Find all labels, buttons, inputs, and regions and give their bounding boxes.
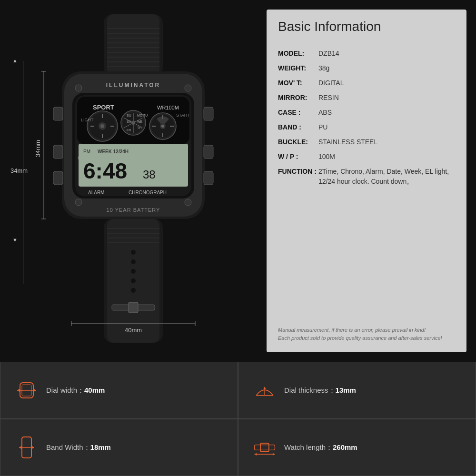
dial-width-value: 40mm: [84, 386, 105, 394]
disclaimer-block: Manual measurement, if there is an error…: [278, 326, 455, 343]
dial-width-text: Dial width：40mm: [46, 386, 105, 395]
dial-thickness-icon: [253, 378, 277, 402]
buckle-key: BUCKLE:: [278, 137, 318, 147]
svg-text:PM: PM: [83, 149, 90, 154]
watch-length-icon: [253, 436, 277, 459]
svg-text:LIGHT: LIGHT: [81, 118, 94, 122]
svg-point-51: [131, 121, 135, 125]
svg-text:6:48: 6:48: [83, 159, 127, 183]
svg-text:SPORT: SPORT: [93, 104, 114, 111]
main-container: ▲ ▼ 34mm: [0, 0, 476, 476]
movement-key: MOV' T:: [278, 78, 318, 88]
svg-text:10 YEAR BATTERY: 10 YEAR BATTERY: [107, 207, 160, 213]
bottom-specs-section: Dial width：40mm Dial thickness：13mm: [0, 362, 476, 476]
svg-point-36: [100, 124, 104, 128]
svg-rect-20: [53, 171, 63, 185]
svg-marker-96: [17, 389, 20, 392]
svg-rect-22: [204, 145, 213, 159]
watch-area: ▲ ▼ 34mm: [10, 10, 257, 352]
svg-point-75: [131, 259, 136, 264]
case-value: ABS: [318, 108, 332, 118]
band-width-label: Band Width：: [46, 443, 90, 451]
info-panel: Basic Information MODEL: DZB14 WEIGHT: 3…: [267, 10, 466, 352]
svg-text:CHRONOGRAPH: CHRONOGRAPH: [129, 190, 167, 195]
svg-text:WR100M: WR100M: [157, 105, 179, 110]
svg-rect-18: [53, 107, 63, 120]
svg-marker-104: [32, 446, 34, 449]
svg-text:MO TU: MO TU: [137, 114, 148, 117]
dial-thickness-label: Dial thickness：: [284, 386, 336, 394]
buckle-row: BUCKLE: STAINLESS STEEL: [278, 137, 455, 147]
weight-key: WEIGHT:: [278, 63, 318, 73]
svg-marker-97: [34, 389, 36, 392]
band-width-icon: [15, 436, 39, 459]
svg-marker-108: [255, 453, 257, 456]
weight-row: WEIGHT: 38g: [278, 63, 455, 73]
svg-text:START: START: [176, 113, 190, 118]
svg-point-74: [131, 250, 136, 255]
weight-value: 38g: [318, 63, 329, 73]
band-key: BAND :: [278, 122, 318, 132]
svg-text:WE: WE: [137, 120, 143, 123]
function-value: 2Time, Chrono, Alarm, Date, Week, EL lig…: [318, 167, 455, 187]
svg-point-77: [131, 278, 136, 283]
svg-rect-23: [204, 171, 213, 185]
svg-rect-19: [53, 145, 63, 159]
svg-point-59: [161, 125, 164, 128]
wp-row: W / P : 100M: [278, 152, 455, 162]
case-key: CASE :: [278, 108, 318, 118]
svg-point-15: [75, 199, 82, 206]
case-row: CASE : ABS: [278, 108, 455, 118]
svg-point-76: [131, 269, 136, 274]
watch-length-label: Watch length：: [284, 443, 333, 451]
info-panel-title: Basic Information: [278, 19, 455, 39]
dial-width-label: Dial width：: [46, 386, 84, 394]
mirror-row: MIRROR: RESIN: [278, 93, 455, 103]
svg-rect-21: [204, 107, 213, 120]
svg-text:40mm: 40mm: [125, 327, 142, 334]
svg-text:SU: SU: [127, 114, 131, 117]
watch-illustration: ILLUMINATOR SPORT WR100M: [33, 14, 233, 347]
watch-length-value: 260mm: [333, 443, 357, 451]
model-value: DZB14: [318, 49, 339, 59]
svg-rect-105: [255, 445, 275, 450]
spec-dial-thickness: Dial thickness：13mm: [238, 362, 476, 419]
disclaimer-line1: Manual measurement, if there is an error…: [278, 326, 455, 335]
dial-thickness-text: Dial thickness：13mm: [284, 386, 356, 395]
function-key: FUNCTION :: [278, 167, 318, 187]
svg-marker-109: [273, 453, 275, 456]
svg-text:ALARM: ALARM: [88, 190, 104, 195]
movement-row: MOV' T: DIGITAL: [278, 78, 455, 88]
model-row: MODEL: DZB14: [278, 49, 455, 59]
svg-text:WEEK  12/24H: WEEK 12/24H: [98, 149, 129, 154]
disclaimer-line2: Each product sold to provide quality ass…: [278, 334, 455, 343]
svg-point-14: [185, 85, 191, 91]
mirror-value: RESIN: [318, 93, 339, 103]
model-key: MODEL:: [278, 49, 318, 59]
band-value: PU: [318, 122, 327, 132]
spec-watch-length: Watch length：260mm: [238, 419, 476, 476]
mirror-key: MIRROR:: [278, 93, 318, 103]
wp-key: W / P :: [278, 152, 318, 162]
spec-band-width: Band Width：18mm: [0, 419, 238, 476]
band-width-value: 18mm: [90, 443, 111, 451]
svg-marker-100: [263, 387, 266, 389]
svg-point-13: [75, 85, 82, 91]
band-row: BAND : PU: [278, 122, 455, 132]
wp-value: 100M: [318, 152, 335, 162]
svg-text:TH: TH: [137, 126, 141, 129]
buckle-value: STAINLESS STEEL: [318, 137, 377, 147]
svg-point-78: [131, 288, 136, 293]
top-section: ▲ ▼ 34mm: [0, 0, 476, 362]
function-row: FUNCTION : 2Time, Chrono, Alarm, Date, W…: [278, 167, 455, 187]
svg-marker-103: [19, 446, 21, 449]
svg-text:ILLUMINATOR: ILLUMINATOR: [106, 82, 161, 89]
svg-text:FR: FR: [127, 129, 131, 132]
svg-rect-80: [129, 302, 138, 313]
svg-text:34mm: 34mm: [34, 140, 41, 157]
dial-width-icon: [15, 378, 39, 402]
dimension-34mm: 34mm: [10, 167, 28, 174]
band-width-text: Band Width：18mm: [46, 443, 111, 452]
svg-rect-106: [260, 443, 269, 452]
dial-thickness-value: 13mm: [336, 386, 356, 394]
